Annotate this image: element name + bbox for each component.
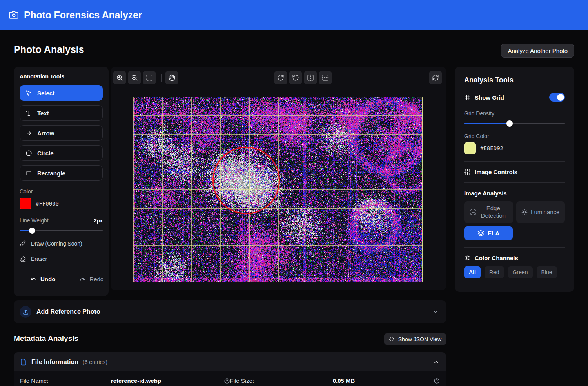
page-title: Photo Analysis: [14, 44, 84, 55]
toolbar-divider: [161, 74, 162, 82]
cursor-icon: [25, 90, 32, 96]
rotate-ccw-button[interactable]: [289, 71, 302, 84]
file-name-label: File Name:: [20, 377, 49, 384]
image-controls-label: Image Controls: [475, 169, 517, 175]
panel-divider: [464, 182, 565, 183]
line-weight-value: 2px: [94, 218, 103, 224]
show-grid-toggle[interactable]: [549, 93, 565, 102]
annotation-circle[interactable]: [212, 147, 280, 214]
line-weight-slider-thumb[interactable]: [29, 228, 35, 234]
undo-label: Undo: [40, 276, 55, 282]
line-weight-slider[interactable]: [20, 230, 103, 231]
pencil-icon: [20, 240, 26, 247]
grid-density-slider-thumb[interactable]: [506, 120, 513, 127]
text-icon: [25, 110, 32, 117]
redo-label: Redo: [89, 276, 103, 282]
layers-icon: [477, 230, 484, 237]
eye-icon: [464, 255, 471, 261]
annotation-color-swatch[interactable]: [20, 198, 31, 209]
pan-hand-icon: [168, 74, 175, 81]
rotate-cw-icon: [277, 74, 284, 81]
edge-detection-button[interactable]: Edge Detection: [464, 201, 513, 223]
channel-all-button[interactable]: All: [464, 266, 481, 278]
flip-vertical-button[interactable]: [319, 71, 332, 84]
grid-density-slider[interactable]: [464, 123, 565, 124]
tool-label: Text: [37, 110, 49, 117]
help-icon[interactable]: [224, 378, 230, 384]
zoom-in-button[interactable]: [113, 71, 126, 84]
analysis-tools-panel: Analysis Tools Show Grid Grid Density Gr…: [455, 67, 574, 292]
sun-icon: [521, 209, 528, 215]
viewer-toolbar-reset-group: [429, 71, 442, 84]
ela-label: ELA: [488, 230, 499, 237]
show-json-view-button[interactable]: Show JSON View: [384, 333, 446, 345]
channel-blue-button[interactable]: Blue: [537, 266, 557, 278]
file-size-label: File Size:: [230, 377, 254, 384]
annotation-color-hex: #FF0000: [36, 200, 59, 207]
color-channels-label: Color Channels: [475, 255, 518, 261]
reset-view-icon: [432, 74, 439, 81]
eraser-tool-item[interactable]: Eraser: [20, 256, 103, 262]
image-viewer-panel: [111, 67, 446, 290]
tool-label: Circle: [37, 150, 54, 157]
ela-button[interactable]: ELA: [464, 226, 513, 240]
app-root: Photo Forensics Analyzer Photo Analysis …: [0, 0, 588, 386]
eraser-icon: [20, 256, 26, 262]
channel-red-button[interactable]: Red: [485, 266, 504, 278]
luminance-button[interactable]: Luminance: [516, 201, 565, 223]
show-json-view-label: Show JSON View: [398, 336, 441, 342]
tool-label: Arrow: [37, 130, 54, 137]
image-controls-section[interactable]: Image Controls: [464, 169, 565, 175]
add-reference-photo-bar[interactable]: Add Reference Photo: [14, 300, 446, 323]
upload-icon: [23, 309, 29, 315]
grid-color-label: Grid Color: [464, 133, 565, 139]
tool-select-button[interactable]: Select: [20, 85, 103, 101]
panel-divider: [464, 161, 565, 162]
tool-arrow-button[interactable]: Arrow: [20, 125, 103, 141]
fit-screen-button[interactable]: [143, 71, 156, 84]
file-information-title: File Information: [31, 359, 78, 366]
rectangle-icon: [25, 170, 32, 177]
viewer-toolbar-zoom-group: [113, 71, 178, 84]
luminance-label: Luminance: [531, 209, 559, 216]
annotation-tools-title: Annotation Tools: [20, 73, 103, 80]
tool-text-button[interactable]: Text: [20, 105, 103, 121]
file-icon: [20, 359, 27, 366]
grid-color-hex: #E8ED92: [480, 145, 503, 151]
help-icon[interactable]: [434, 378, 440, 384]
channel-green-button[interactable]: Green: [508, 266, 533, 278]
file-information-header[interactable]: File Information (6 entries): [14, 352, 446, 371]
tool-rectangle-button[interactable]: Rectangle: [20, 165, 103, 181]
draw-label: Draw (Coming Soon): [31, 240, 82, 247]
metadata-analysis-title: Metadata Analysis: [14, 334, 78, 343]
annotation-tools-panel: Annotation Tools Select Text Arrow Circl…: [14, 67, 109, 296]
panel-divider: [464, 247, 565, 248]
redo-icon: [80, 276, 86, 282]
line-weight-label: Line Weight: [20, 217, 49, 224]
undo-button[interactable]: Undo: [31, 276, 55, 282]
grid-density-slider-fill: [464, 123, 510, 124]
chevron-down-icon[interactable]: [432, 308, 439, 315]
analyze-another-photo-button[interactable]: Analyze Another Photo: [501, 44, 574, 58]
draw-tool-item[interactable]: Draw (Coming Soon): [20, 240, 103, 247]
chevron-up-icon[interactable]: [433, 359, 440, 366]
show-grid-label: Show Grid: [475, 94, 504, 101]
grid-color-swatch[interactable]: [464, 142, 476, 154]
code-icon: [389, 336, 395, 342]
tools-divider: [14, 270, 109, 270]
reset-view-button[interactable]: [429, 71, 442, 84]
zoom-out-button[interactable]: [128, 71, 141, 84]
undo-icon: [31, 276, 37, 282]
toggle-knob: [557, 94, 564, 101]
tool-circle-button[interactable]: Circle: [20, 145, 103, 161]
redo-button[interactable]: Redo: [80, 276, 103, 282]
image-analysis-label: Image Analysis: [464, 190, 565, 197]
rotate-cw-button[interactable]: [274, 71, 287, 84]
flip-horizontal-button[interactable]: [304, 71, 317, 84]
viewer-toolbar-transform-group: [274, 71, 332, 84]
eraser-label: Eraser: [31, 256, 47, 262]
grid-icon: [464, 94, 471, 101]
file-information-row: File Name: reference-id.webp File Size: …: [14, 371, 446, 386]
pan-hand-button[interactable]: [165, 71, 178, 84]
upload-icon-badge: [20, 306, 31, 318]
